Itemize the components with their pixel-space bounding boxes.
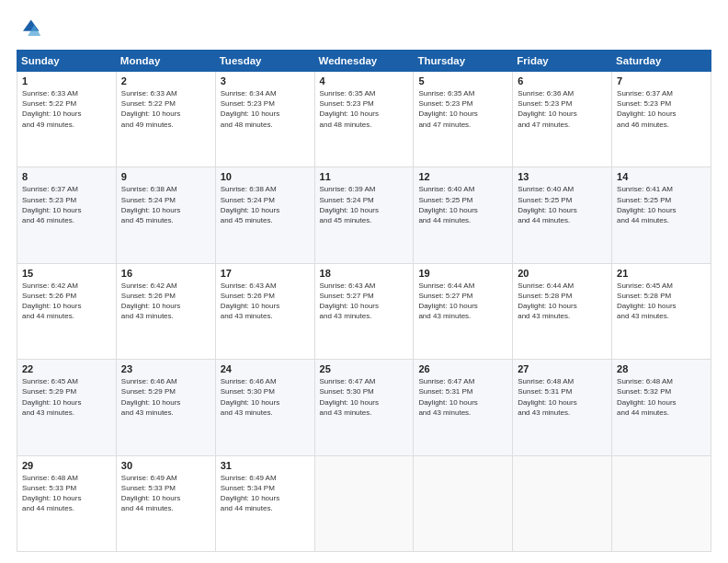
day-number: 16 <box>121 268 210 279</box>
calendar-day-cell: 29Sunrise: 6:48 AM Sunset: 5:33 PM Dayli… <box>17 455 117 551</box>
day-number: 10 <box>221 171 310 182</box>
day-info: Sunrise: 6:45 AM Sunset: 5:28 PM Dayligh… <box>617 281 706 322</box>
day-info: Sunrise: 6:37 AM Sunset: 5:23 PM Dayligh… <box>22 184 111 225</box>
day-info: Sunrise: 6:38 AM Sunset: 5:24 PM Dayligh… <box>121 184 210 225</box>
calendar-day-cell: 17Sunrise: 6:43 AM Sunset: 5:26 PM Dayli… <box>215 263 314 359</box>
logo-icon <box>17 17 42 42</box>
day-info: Sunrise: 6:40 AM Sunset: 5:25 PM Dayligh… <box>418 184 507 225</box>
day-info: Sunrise: 6:46 AM Sunset: 5:30 PM Dayligh… <box>221 376 310 418</box>
day-number: 6 <box>518 75 607 86</box>
day-number: 13 <box>518 171 607 182</box>
calendar-body: 1Sunrise: 6:33 AM Sunset: 5:22 PM Daylig… <box>17 72 711 552</box>
day-number: 28 <box>617 363 706 374</box>
day-info: Sunrise: 6:43 AM Sunset: 5:26 PM Dayligh… <box>221 281 310 322</box>
calendar-day-cell: 7Sunrise: 6:37 AM Sunset: 5:23 PM Daylig… <box>612 72 711 167</box>
calendar-day-cell: 26Sunrise: 6:47 AM Sunset: 5:31 PM Dayli… <box>414 360 513 455</box>
calendar-day-cell: 21Sunrise: 6:45 AM Sunset: 5:28 PM Dayli… <box>612 263 711 359</box>
day-number: 22 <box>22 363 111 374</box>
weekday-header-cell: Friday <box>513 51 612 72</box>
day-info: Sunrise: 6:41 AM Sunset: 5:25 PM Dayligh… <box>617 184 706 225</box>
calendar-day-cell: 1Sunrise: 6:33 AM Sunset: 5:22 PM Daylig… <box>17 72 117 167</box>
calendar-day-cell: 5Sunrise: 6:35 AM Sunset: 5:23 PM Daylig… <box>414 72 513 167</box>
day-number: 11 <box>320 171 409 182</box>
calendar-day-cell: 4Sunrise: 6:35 AM Sunset: 5:23 PM Daylig… <box>314 72 414 167</box>
weekday-header-cell: Tuesday <box>215 51 314 72</box>
calendar-day-cell: 11Sunrise: 6:39 AM Sunset: 5:24 PM Dayli… <box>314 167 414 263</box>
day-number: 15 <box>22 268 111 279</box>
day-info: Sunrise: 6:36 AM Sunset: 5:23 PM Dayligh… <box>518 88 607 130</box>
calendar-day-cell: 23Sunrise: 6:46 AM Sunset: 5:29 PM Dayli… <box>116 360 215 455</box>
calendar-day-cell: 9Sunrise: 6:38 AM Sunset: 5:24 PM Daylig… <box>116 167 215 263</box>
logo <box>17 17 46 42</box>
day-number: 23 <box>121 363 210 374</box>
day-number: 25 <box>320 363 409 374</box>
calendar-day-cell: 27Sunrise: 6:48 AM Sunset: 5:31 PM Dayli… <box>513 360 612 455</box>
weekday-header-cell: Thursday <box>414 51 513 72</box>
day-info: Sunrise: 6:42 AM Sunset: 5:26 PM Dayligh… <box>121 281 210 322</box>
calendar-week-row: 1Sunrise: 6:33 AM Sunset: 5:22 PM Daylig… <box>17 72 711 167</box>
day-number: 30 <box>121 460 210 471</box>
day-number: 27 <box>518 363 607 374</box>
calendar-day-cell: 12Sunrise: 6:40 AM Sunset: 5:25 PM Dayli… <box>414 167 513 263</box>
day-info: Sunrise: 6:35 AM Sunset: 5:23 PM Dayligh… <box>418 88 507 130</box>
day-number: 21 <box>617 268 706 279</box>
day-info: Sunrise: 6:44 AM Sunset: 5:27 PM Dayligh… <box>418 281 507 322</box>
weekday-header-cell: Wednesday <box>314 51 414 72</box>
weekday-header-cell: Sunday <box>17 51 117 72</box>
header <box>17 17 711 42</box>
calendar-day-cell: 19Sunrise: 6:44 AM Sunset: 5:27 PM Dayli… <box>414 263 513 359</box>
day-info: Sunrise: 6:37 AM Sunset: 5:23 PM Dayligh… <box>617 88 706 130</box>
calendar-week-row: 15Sunrise: 6:42 AM Sunset: 5:26 PM Dayli… <box>17 263 711 359</box>
calendar-day-cell: 18Sunrise: 6:43 AM Sunset: 5:27 PM Dayli… <box>314 263 414 359</box>
day-number: 5 <box>418 75 507 86</box>
calendar-day-cell: 10Sunrise: 6:38 AM Sunset: 5:24 PM Dayli… <box>215 167 314 263</box>
day-number: 31 <box>221 460 310 471</box>
day-info: Sunrise: 6:49 AM Sunset: 5:34 PM Dayligh… <box>221 473 310 514</box>
day-number: 2 <box>121 75 210 86</box>
calendar-day-cell: 8Sunrise: 6:37 AM Sunset: 5:23 PM Daylig… <box>17 167 117 263</box>
day-info: Sunrise: 6:42 AM Sunset: 5:26 PM Dayligh… <box>22 281 111 322</box>
calendar-week-row: 29Sunrise: 6:48 AM Sunset: 5:33 PM Dayli… <box>17 455 711 551</box>
calendar-day-cell: 31Sunrise: 6:49 AM Sunset: 5:34 PM Dayli… <box>215 455 314 551</box>
weekday-header-cell: Monday <box>116 51 215 72</box>
calendar-day-cell: 20Sunrise: 6:44 AM Sunset: 5:28 PM Dayli… <box>513 263 612 359</box>
calendar-day-cell: 6Sunrise: 6:36 AM Sunset: 5:23 PM Daylig… <box>513 72 612 167</box>
day-info: Sunrise: 6:40 AM Sunset: 5:25 PM Dayligh… <box>518 184 607 225</box>
calendar-day-cell <box>414 455 513 551</box>
day-number: 4 <box>320 75 409 86</box>
calendar-day-cell: 15Sunrise: 6:42 AM Sunset: 5:26 PM Dayli… <box>17 263 117 359</box>
calendar-day-cell <box>612 455 711 551</box>
day-info: Sunrise: 6:47 AM Sunset: 5:30 PM Dayligh… <box>320 376 409 418</box>
day-info: Sunrise: 6:49 AM Sunset: 5:33 PM Dayligh… <box>121 473 210 514</box>
day-number: 26 <box>418 363 507 374</box>
calendar-week-row: 8Sunrise: 6:37 AM Sunset: 5:23 PM Daylig… <box>17 167 711 263</box>
day-number: 29 <box>22 460 111 471</box>
calendar-day-cell: 28Sunrise: 6:48 AM Sunset: 5:32 PM Dayli… <box>612 360 711 455</box>
day-number: 17 <box>221 268 310 279</box>
day-info: Sunrise: 6:33 AM Sunset: 5:22 PM Dayligh… <box>121 88 210 130</box>
calendar-day-cell: 3Sunrise: 6:34 AM Sunset: 5:23 PM Daylig… <box>215 72 314 167</box>
day-info: Sunrise: 6:47 AM Sunset: 5:31 PM Dayligh… <box>418 376 507 418</box>
day-info: Sunrise: 6:48 AM Sunset: 5:32 PM Dayligh… <box>617 376 706 418</box>
day-number: 19 <box>418 268 507 279</box>
day-number: 20 <box>518 268 607 279</box>
day-info: Sunrise: 6:34 AM Sunset: 5:23 PM Dayligh… <box>221 88 310 130</box>
day-number: 3 <box>221 75 310 86</box>
calendar-day-cell: 25Sunrise: 6:47 AM Sunset: 5:30 PM Dayli… <box>314 360 414 455</box>
calendar-day-cell: 24Sunrise: 6:46 AM Sunset: 5:30 PM Dayli… <box>215 360 314 455</box>
calendar-day-cell: 2Sunrise: 6:33 AM Sunset: 5:22 PM Daylig… <box>116 72 215 167</box>
calendar-day-cell <box>314 455 414 551</box>
day-info: Sunrise: 6:46 AM Sunset: 5:29 PM Dayligh… <box>121 376 210 418</box>
calendar-day-cell: 22Sunrise: 6:45 AM Sunset: 5:29 PM Dayli… <box>17 360 117 455</box>
day-info: Sunrise: 6:44 AM Sunset: 5:28 PM Dayligh… <box>518 281 607 322</box>
calendar-table: SundayMondayTuesdayWednesdayThursdayFrid… <box>17 50 711 552</box>
day-info: Sunrise: 6:39 AM Sunset: 5:24 PM Dayligh… <box>320 184 409 225</box>
day-number: 8 <box>22 171 111 182</box>
day-info: Sunrise: 6:35 AM Sunset: 5:23 PM Dayligh… <box>320 88 409 130</box>
calendar-day-cell: 16Sunrise: 6:42 AM Sunset: 5:26 PM Dayli… <box>116 263 215 359</box>
calendar-week-row: 22Sunrise: 6:45 AM Sunset: 5:29 PM Dayli… <box>17 360 711 455</box>
weekday-header-row: SundayMondayTuesdayWednesdayThursdayFrid… <box>17 51 711 72</box>
calendar-day-cell: 30Sunrise: 6:49 AM Sunset: 5:33 PM Dayli… <box>116 455 215 551</box>
day-info: Sunrise: 6:48 AM Sunset: 5:33 PM Dayligh… <box>22 473 111 514</box>
day-number: 7 <box>617 75 706 86</box>
